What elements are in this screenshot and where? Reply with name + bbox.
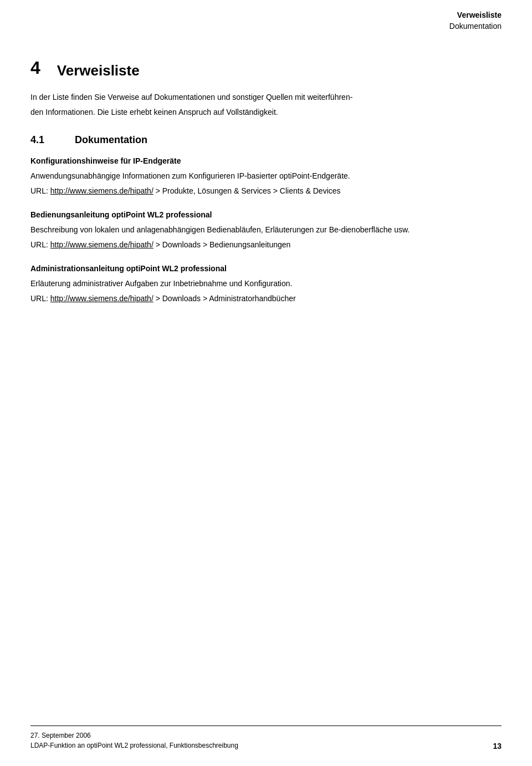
footer-date: 27. September 2006 [30, 731, 238, 740]
header-subtitle: Dokumentation [449, 21, 502, 32]
subsection-admin: Administrationsanleitung optiPoint WL2 p… [30, 263, 502, 305]
section-number: 4.1 [30, 134, 53, 146]
konfiguration-url: URL: http://www.siemens.de/hipath/ > Pro… [30, 185, 502, 197]
admin-url: URL: http://www.siemens.de/hipath/ > Dow… [30, 293, 502, 305]
admin-url-link[interactable]: http://www.siemens.de/hipath/ [50, 294, 154, 303]
admin-url-suffix: > Downloads > Administratorhandbücher [154, 294, 296, 303]
subsection-konfiguration: Konfigurationshinweise für IP-Endgeräte … [30, 155, 502, 197]
bedienung-url-suffix: > Downloads > Bedienungsanleitungen [154, 240, 291, 249]
content-area: 4 Verweisliste In der Liste finden Sie V… [30, 0, 502, 305]
bedienung-url-prefix: URL: [30, 240, 50, 249]
page-header: Verweisliste Dokumentation [449, 10, 502, 32]
bedienung-desc: Beschreibung von lokalen und anlagenabhä… [30, 224, 502, 236]
intro-line1: In der Liste finden Sie Verweise auf Dok… [30, 92, 502, 103]
page-footer: 27. September 2006 LDAP-Funktion an opti… [30, 726, 502, 750]
section-title: Dokumentation [75, 134, 147, 146]
bedienung-url-link[interactable]: http://www.siemens.de/hipath/ [50, 240, 154, 249]
konfiguration-url-link[interactable]: http://www.siemens.de/hipath/ [50, 186, 154, 195]
admin-url-prefix: URL: [30, 294, 50, 303]
subsection-bedienung: Bedienungsanleitung optiPoint WL2 profes… [30, 209, 502, 251]
footer-left: 27. September 2006 LDAP-Funktion an opti… [30, 731, 238, 750]
footer-page-number: 13 [493, 742, 502, 750]
bedienung-title: Bedienungsanleitung optiPoint WL2 profes… [30, 209, 502, 221]
admin-desc: Erläuterung administrativer Aufgaben zur… [30, 278, 502, 290]
section-41-heading: 4.1 Dokumentation [30, 134, 502, 146]
chapter-number: 4 [30, 58, 40, 78]
intro-line2: den Informationen. Die Liste erhebt kein… [30, 106, 502, 118]
admin-title: Administrationsanleitung optiPoint WL2 p… [30, 263, 502, 275]
bedienung-url: URL: http://www.siemens.de/hipath/ > Dow… [30, 239, 502, 251]
chapter-heading: 4 Verweisliste [30, 58, 502, 80]
footer-doc-title: LDAP-Funktion an optiPoint WL2 professio… [30, 740, 238, 750]
konfiguration-desc: Anwendungsunabhängige Informationen zum … [30, 170, 502, 182]
header-title: Verweisliste [449, 10, 502, 21]
konfiguration-title: Konfigurationshinweise für IP-Endgeräte [30, 155, 502, 167]
page: Verweisliste Dokumentation 4 Verweislist… [0, 0, 532, 766]
konfiguration-url-prefix: URL: [30, 186, 50, 195]
chapter-title: Verweisliste [57, 58, 140, 80]
konfiguration-url-suffix: > Produkte, Lösungen & Services > Client… [154, 186, 341, 195]
